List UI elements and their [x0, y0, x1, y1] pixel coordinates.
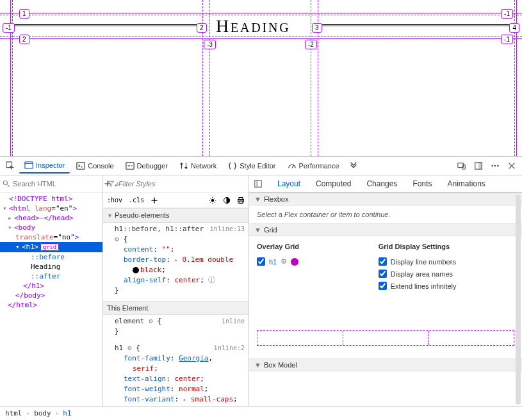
debugger-icon: [126, 161, 135, 170]
svg-point-14: [494, 165, 496, 167]
info-icon[interactable]: ⓘ: [208, 276, 215, 284]
setting-area-names[interactable]: Display area names: [379, 268, 514, 280]
rule-source[interactable]: inline:2: [214, 343, 245, 353]
hov-toggle[interactable]: :hov: [107, 197, 122, 204]
network-icon: [179, 161, 188, 170]
dark-scheme-icon[interactable]: [223, 197, 231, 204]
search-html-input[interactable]: [13, 180, 101, 188]
tree-h1[interactable]: ▾<h1>grid: [0, 242, 102, 252]
tab-performance[interactable]: Performance: [282, 159, 345, 173]
tree-before[interactable]: ::before: [0, 252, 102, 262]
gear-icon[interactable]: ⚙: [149, 317, 153, 325]
rule-selector[interactable]: h1: [115, 344, 123, 352]
add-rule-icon[interactable]: [151, 197, 158, 204]
tab-network[interactable]: Network: [174, 159, 222, 173]
rules-list[interactable]: ▼ Pseudo-elements h1::before, h1::afteri…: [103, 208, 249, 406]
rule-selector[interactable]: h1::before, h1::after: [115, 225, 204, 233]
pick-element-icon[interactable]: [3, 158, 18, 174]
breadcrumb-item[interactable]: h1: [63, 409, 71, 417]
layout-sidebar-icon[interactable]: [252, 179, 265, 188]
grid-color-swatch[interactable]: [291, 258, 298, 266]
overlay-checkbox[interactable]: [257, 257, 265, 266]
dock-icon[interactable]: [471, 158, 486, 174]
tree-head[interactable]: ▸<head>⋯</head>: [0, 213, 102, 223]
box-model-header[interactable]: ▼Box Model: [249, 359, 522, 371]
scrollbar[interactable]: [516, 195, 521, 405]
grid-header[interactable]: ▼Grid: [249, 223, 522, 236]
tree-html-close[interactable]: </html>: [0, 300, 102, 310]
overlay-grid-item[interactable]: h1 ⚙: [257, 255, 366, 268]
close-icon[interactable]: [504, 158, 519, 174]
overlay-selector[interactable]: h1: [269, 258, 277, 266]
grid-line-number: 3: [312, 23, 322, 33]
tree-body[interactable]: ▾<body: [0, 223, 102, 232]
flexbox-message: Select a Flex container or item to conti…: [249, 206, 522, 223]
grid-line-number: 2: [197, 23, 207, 33]
tree-after[interactable]: ::after: [0, 271, 102, 281]
overlay-grid-title: Overlay Grid: [257, 243, 366, 250]
responsive-design-icon[interactable]: [454, 158, 469, 174]
grid-line-number: 4: [509, 23, 519, 33]
svg-point-16: [4, 181, 8, 185]
rules-panel: :hov .cls ▼ Pseudo-elements h1::before, …: [103, 175, 249, 406]
tree-h1-close[interactable]: </h1>: [0, 281, 102, 291]
rule-source[interactable]: inline:13: [210, 224, 245, 234]
layout-tab-changes[interactable]: Changes: [364, 175, 400, 192]
tab-label: Performance: [299, 162, 339, 170]
tree-body-close[interactable]: </body>: [0, 291, 102, 300]
grid-line-number: -3: [204, 40, 216, 49]
chevron-right-icon: ›: [55, 409, 60, 417]
svg-rect-12: [479, 163, 482, 170]
style-editor-icon: [228, 161, 237, 170]
gear-icon[interactable]: ⚙: [281, 257, 287, 266]
setting-extend[interactable]: Extend lines infinitely: [379, 280, 514, 292]
grid-line-number: -2: [305, 40, 317, 49]
breadcrumb-item[interactable]: html: [5, 409, 22, 417]
svg-rect-3: [77, 163, 85, 170]
tree-text[interactable]: Heading: [0, 262, 102, 271]
performance-icon: [288, 161, 297, 170]
light-scheme-icon[interactable]: [209, 197, 216, 204]
svg-point-13: [491, 165, 493, 167]
rule-selector[interactable]: element: [115, 317, 144, 325]
dom-tree[interactable]: <!DOCTYPE html> ▾<html lang="en"> ▸<head…: [0, 193, 102, 406]
section-header: This Element: [107, 304, 148, 312]
section-header[interactable]: Pseudo-elements: [115, 211, 170, 219]
tree-doctype[interactable]: <!DOCTYPE html>: [0, 194, 102, 204]
page-viewport: Heading 1 -1 -1 2 -1 2 -3 3 -2 4: [0, 0, 522, 156]
setting-line-numbers[interactable]: Display line numbers: [379, 255, 514, 268]
tab-label: Console: [88, 162, 113, 170]
tab-label: Network: [191, 162, 216, 170]
rule-source[interactable]: inline: [222, 316, 245, 327]
filter-styles-input[interactable]: [118, 180, 245, 188]
inspector-icon: [24, 161, 33, 170]
overflow-icon[interactable]: [346, 158, 361, 174]
tab-inspector[interactable]: Inspector: [19, 158, 70, 174]
svg-line-8: [292, 165, 294, 168]
svg-line-28: [215, 202, 215, 202]
layout-tab-computed[interactable]: Computed: [313, 175, 354, 192]
breadcrumb-item[interactable]: body: [34, 409, 51, 417]
tab-debugger[interactable]: Debugger: [120, 159, 173, 173]
console-icon: [76, 161, 85, 170]
tree-html[interactable]: ▾<html lang="en">: [0, 204, 102, 213]
layout-tab-fonts[interactable]: Fonts: [410, 175, 434, 192]
grid-preview: [257, 330, 514, 346]
layout-panel: Layout Computed Changes Fonts Animations…: [249, 175, 522, 406]
print-icon[interactable]: [237, 197, 245, 204]
grid-settings-title: Grid Display Settings: [379, 243, 514, 250]
layout-tab-layout[interactable]: Layout: [275, 175, 303, 192]
tab-label: Style Editor: [240, 162, 275, 170]
svg-line-27: [210, 198, 211, 198]
cls-toggle[interactable]: .cls: [129, 197, 144, 204]
gear-icon[interactable]: ⚙: [115, 235, 119, 243]
color-swatch[interactable]: [133, 267, 139, 273]
flexbox-header[interactable]: ▼Flexbox: [249, 193, 522, 206]
tab-console[interactable]: Console: [71, 159, 118, 173]
svg-line-17: [8, 185, 10, 187]
tab-style-editor[interactable]: Style Editor: [223, 159, 281, 173]
more-icon[interactable]: [487, 158, 503, 174]
gear-icon[interactable]: ⚙: [127, 344, 132, 352]
tree-body-attr[interactable]: translate="no">: [0, 232, 102, 242]
layout-tab-animations[interactable]: Animations: [445, 175, 487, 192]
